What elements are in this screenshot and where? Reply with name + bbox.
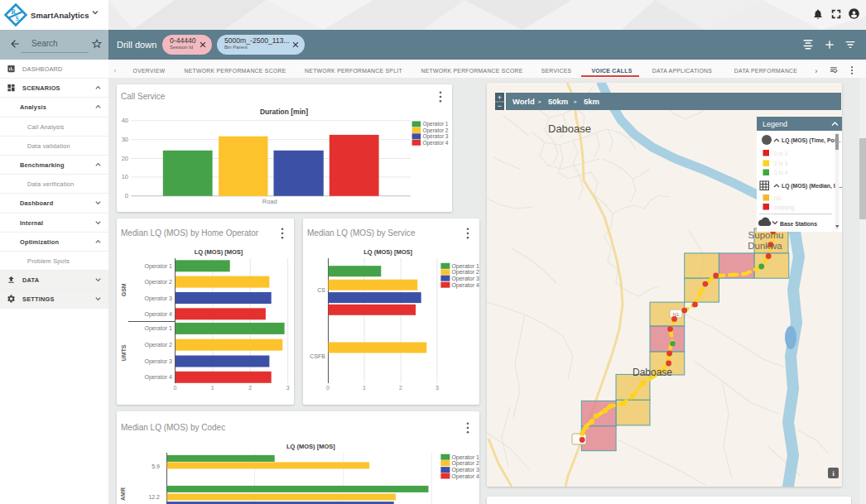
svg-text:LQ (MOS) [MOS]: LQ (MOS) [MOS]	[286, 443, 335, 450]
svg-text:Operator 4: Operator 4	[145, 374, 173, 381]
svg-text:5km: 5km	[584, 97, 599, 106]
svg-text:LQ (MOS) (Median, B...: LQ (MOS) (Median, B...	[782, 183, 842, 190]
svg-text:3 to 4: 3 to 4	[774, 170, 788, 175]
svg-text:LQ (MOS) [MOS]: LQ (MOS) [MOS]	[195, 248, 243, 256]
svg-text:−: −	[498, 102, 502, 110]
svg-text:+: +	[498, 94, 502, 102]
svg-text:CSFB: CSFB	[310, 353, 325, 359]
svg-text:0: 0	[326, 385, 330, 391]
svg-text:Operator 1: Operator 1	[145, 263, 173, 270]
svg-text:Operator 2: Operator 2	[451, 460, 479, 467]
svg-text:LQ (MOS) (Time, Poi...: LQ (MOS) (Time, Poi...	[782, 137, 840, 144]
svg-text:2 to 3: 2 to 3	[774, 161, 788, 166]
svg-text:Operator 1: Operator 1	[145, 325, 173, 332]
svg-text:1: 1	[363, 385, 366, 391]
svg-text:Operator 3: Operator 3	[451, 276, 479, 282]
svg-text:Base Stations: Base Stations	[780, 221, 817, 227]
svg-text:NIL: NIL	[774, 195, 783, 201]
svg-text:50km: 50km	[548, 97, 568, 106]
svg-text:N1: N1	[673, 312, 680, 317]
svg-text:30: 30	[122, 136, 128, 143]
svg-text:20: 20	[122, 155, 128, 162]
svg-text:5.9: 5.9	[152, 463, 160, 469]
svg-text:Duration [min]: Duration [min]	[260, 108, 308, 116]
svg-text:>: >	[538, 99, 541, 104]
svg-text:Operator 4: Operator 4	[451, 473, 479, 480]
svg-text:GSM: GSM	[121, 283, 127, 296]
svg-text:Operator 3: Operator 3	[145, 295, 173, 302]
svg-text:Operator 3: Operator 3	[145, 358, 173, 365]
svg-text:Daboase: Daboase	[548, 122, 591, 135]
svg-text:0: 0	[173, 385, 176, 391]
svg-text:Operator 2: Operator 2	[145, 279, 173, 286]
svg-text:0: 0	[125, 192, 128, 199]
svg-text:Legend: Legend	[763, 120, 787, 128]
svg-text:CS: CS	[317, 287, 325, 293]
svg-text:Operator 2: Operator 2	[145, 342, 173, 348]
svg-text:Dunkwa: Dunkwa	[748, 241, 782, 251]
svg-text:2: 2	[399, 385, 402, 391]
svg-text:3: 3	[286, 385, 290, 391]
svg-text:Operator 4: Operator 4	[145, 311, 173, 318]
svg-text:10: 10	[122, 173, 128, 180]
svg-text:AMR: AMR	[120, 487, 126, 501]
svg-text:crossing: crossing	[774, 204, 795, 211]
svg-text:12.2: 12.2	[148, 494, 160, 500]
svg-text:Operator 4: Operator 4	[451, 282, 479, 289]
svg-text:>: >	[574, 99, 577, 104]
svg-text:LQ (MOS) [MOS]: LQ (MOS) [MOS]	[363, 248, 412, 256]
svg-text:2: 2	[248, 385, 252, 391]
svg-text:Road: Road	[262, 197, 277, 204]
svg-text:3: 3	[435, 385, 439, 391]
svg-text:UMTS: UMTS	[121, 344, 127, 361]
svg-text:0 to 2: 0 to 2	[774, 151, 788, 156]
svg-text:Operator 4: Operator 4	[422, 139, 448, 146]
svg-text:40: 40	[122, 117, 128, 124]
svg-text:Daboase: Daboase	[633, 367, 672, 378]
svg-text:1: 1	[211, 385, 214, 391]
svg-text:World: World	[512, 97, 535, 106]
